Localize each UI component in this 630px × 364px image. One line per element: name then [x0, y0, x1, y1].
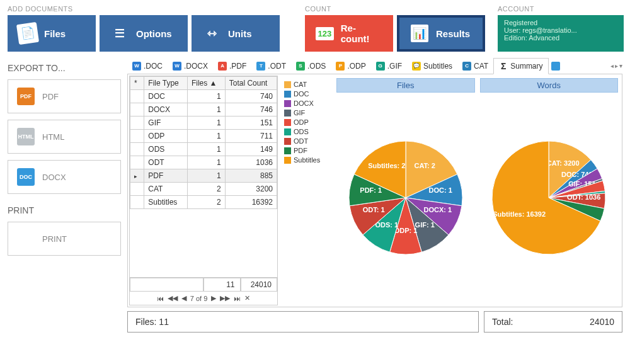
legend-item: DOCX — [284, 100, 331, 107]
table-row[interactable]: DOC1740 — [130, 90, 277, 103]
overflow-icon — [551, 62, 560, 71]
tab-overflow[interactable] — [549, 59, 565, 74]
svg-text:PDF: 1: PDF: 1 — [360, 186, 382, 194]
chart-files-title: Files — [336, 78, 475, 93]
svg-text:GIF: 1: GIF: 1 — [415, 221, 434, 229]
export-docx-label: DOCX — [42, 173, 66, 182]
export-html-button[interactable]: HTML HTML — [8, 120, 121, 154]
pdf-tab-icon: A — [218, 62, 227, 71]
tab-menu[interactable]: ▾ — [619, 62, 622, 69]
export-html-label: HTML — [42, 132, 64, 142]
options-icon: ☰ — [110, 23, 130, 43]
table-row[interactable]: GIF1151 — [130, 117, 277, 130]
ods-icon: S — [296, 62, 305, 71]
results-button[interactable]: 📊 Results — [397, 15, 485, 52]
tab-summary[interactable]: ΣSummary — [493, 58, 548, 74]
chart-files-pie: CAT: 2DOC: 1DOCX: 1GIF: 1ODP: 1ODS: 1ODT… — [340, 132, 472, 264]
tab-bar: W.DOC W.DOCX A.PDF T.ODT S.ODS P.ODP G.G… — [127, 58, 622, 74]
files-label: Files — [44, 28, 66, 39]
files-button[interactable]: 📄 Files — [8, 15, 96, 52]
docx-icon: DOC — [17, 168, 35, 186]
svg-text:DOCX: 1: DOCX: 1 — [423, 206, 452, 213]
cat-icon: C — [462, 62, 471, 71]
tab-pdf[interactable]: A.PDF — [213, 59, 251, 74]
table-row[interactable]: ODT11036 — [130, 156, 277, 169]
odp-icon: P — [336, 62, 345, 71]
legend-item: GIF — [284, 109, 331, 117]
files-icon: 📄 — [16, 22, 39, 45]
table-row[interactable]: PDF1885 — [130, 169, 277, 183]
account-panel[interactable]: Registered User: regs@translatio... Edit… — [498, 15, 624, 52]
legend-item: ODT — [284, 137, 331, 145]
col-filetype[interactable]: File Type — [144, 77, 188, 90]
section-count: COUNT — [305, 5, 485, 13]
svg-text:ODT: 1: ODT: 1 — [363, 206, 385, 213]
svg-text:DOC: 1: DOC: 1 — [428, 186, 452, 194]
pager-stop[interactable]: ✕ — [244, 294, 250, 302]
options-button[interactable]: ☰ Options — [100, 15, 188, 52]
section-add-documents: ADD DOCUMENTS — [8, 5, 280, 13]
html-icon: HTML — [17, 128, 35, 145]
table-row[interactable]: Subtitles216392 — [130, 196, 277, 209]
tab-docx[interactable]: W.DOCX — [168, 59, 213, 74]
section-account: ACCOUNT — [498, 5, 624, 13]
table-row[interactable]: ODS1149 — [130, 143, 277, 156]
export-label: EXPORT TO... — [8, 63, 121, 73]
tab-scroll-right[interactable]: ▸ — [615, 62, 618, 69]
odt-icon: T — [256, 62, 265, 71]
results-label: Results — [436, 28, 470, 39]
print-icon: 🖨 — [17, 230, 35, 247]
col-total[interactable]: Total Count — [225, 77, 277, 90]
print-button[interactable]: 🖨 PRINT — [8, 222, 121, 256]
pager-last[interactable]: ⏭ — [234, 295, 241, 302]
summary-table[interactable]: * File Type Files ▲ Total Count DOC1740D… — [130, 76, 277, 209]
units-icon: ⇿ — [202, 23, 222, 43]
results-icon: 📊 — [410, 23, 430, 43]
export-pdf-label: PDF — [42, 92, 59, 101]
legend-item: ODS — [284, 128, 331, 135]
svg-text:ODT: 1036: ODT: 1036 — [567, 193, 600, 201]
summary-icon: Σ — [499, 62, 508, 71]
svg-text:Subtitles: 2: Subtitles: 2 — [368, 162, 405, 169]
pager-prevpage[interactable]: ◀◀ — [168, 294, 178, 302]
subtitles-icon: 💬 — [412, 62, 421, 71]
col-files[interactable]: Files ▲ — [187, 77, 225, 90]
tab-odt[interactable]: T.ODT — [251, 59, 291, 74]
table-row[interactable]: CAT23200 — [130, 183, 277, 196]
footer-total: Total:24010 — [484, 311, 622, 333]
sum-files: 11 — [203, 278, 241, 292]
legend-item: Subtitles — [284, 156, 331, 164]
pager-nextpage[interactable]: ▶▶ — [220, 294, 230, 302]
account-user: User: regs@translatio... — [504, 26, 617, 34]
units-button[interactable]: ⇿ Units — [192, 15, 280, 52]
tab-cat[interactable]: CCAT — [457, 59, 493, 74]
col-star[interactable]: * — [130, 77, 144, 90]
pager[interactable]: ⏮ ◀◀ ◀ 7 of 9 ▶ ▶▶ ⏭ ✕ — [130, 292, 277, 305]
footer-files: Files: 11 — [127, 311, 479, 333]
legend-item: ODP — [284, 118, 331, 126]
svg-text:CAT: 3200: CAT: 3200 — [547, 159, 580, 167]
pager-next[interactable]: ▶ — [211, 294, 216, 302]
legend-item: CAT — [284, 81, 331, 88]
recount-icon: 123 — [315, 23, 335, 43]
options-label: Options — [136, 28, 172, 39]
chart-legend: CATDOCDOCXGIFODPODSODTPDFSubtitles — [284, 78, 331, 303]
legend-item: DOC — [284, 90, 331, 98]
export-docx-button[interactable]: DOC DOCX — [8, 160, 121, 194]
export-pdf-button[interactable]: PDF PDF — [8, 79, 121, 113]
pager-first[interactable]: ⏮ — [157, 295, 164, 302]
recount-button[interactable]: 123 Re-count! — [305, 15, 393, 52]
account-status: Registered — [504, 19, 617, 26]
tab-scroll-left[interactable]: ◂ — [610, 62, 614, 69]
pager-prev[interactable]: ◀ — [181, 294, 186, 302]
tab-odp[interactable]: P.ODP — [331, 59, 370, 74]
tab-doc[interactable]: W.DOC — [127, 59, 168, 74]
table-row[interactable]: DOCX1746 — [130, 103, 277, 117]
tab-subtitles[interactable]: 💬Subtitles — [407, 59, 457, 74]
tab-gif[interactable]: G.GIF — [371, 59, 407, 74]
table-row[interactable]: ODP1711 — [130, 130, 277, 143]
docx-tab-icon: W — [173, 62, 181, 71]
summary-table-area: * File Type Files ▲ Total Count DOC1740D… — [129, 76, 278, 305]
tab-ods[interactable]: S.ODS — [291, 59, 331, 74]
svg-text:Subtitles: 16392: Subtitles: 16392 — [493, 210, 546, 218]
